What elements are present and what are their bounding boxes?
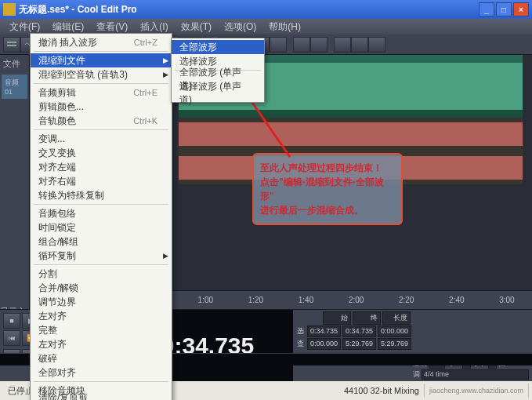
stop-button[interactable]: ■ <box>3 313 20 329</box>
waveform-2-left <box>179 122 523 146</box>
time-sig-label: 调 <box>413 369 420 380</box>
view-length[interactable]: 5:29.769 <box>378 338 411 350</box>
menu-edit[interactable]: 编辑(E) <box>46 19 90 35</box>
annotation-box: 至此人声处理过程四步结束！ 点击"编辑-混缩到文件-全部波形" 进行最后一步混缩… <box>252 153 403 225</box>
tool-help[interactable] <box>368 37 385 53</box>
mixdown-submenu: 全部波形选择波形全部波形 (单声道)选择波形 (单声道) <box>171 38 265 103</box>
side-panel: 文件 音频01 <box>0 55 30 309</box>
time-tick: 2:20 <box>382 296 432 304</box>
time-sig-value[interactable]: 4/4 time <box>422 369 529 380</box>
header-end: 终 <box>353 311 381 325</box>
window-title: 无标题.ses* - Cool Edit Pro <box>19 3 137 16</box>
menu-item[interactable]: 转换为特殊复制 <box>31 188 172 202</box>
menu-view[interactable]: 查看(V) <box>90 19 134 35</box>
menu-item[interactable]: 对齐右端 <box>31 174 172 188</box>
menu-item[interactable]: 变调... <box>31 132 172 146</box>
menu-item[interactable]: 时间锁定 <box>31 220 172 235</box>
annotation-line2: 点击"编辑-混缩到文件-全部波形" <box>260 175 395 203</box>
menu-item[interactable]: 撤消 插入波形Ctrl+Z <box>31 35 172 49</box>
menu-effects[interactable]: 效果(T) <box>175 19 218 35</box>
submenu-item[interactable]: 选择波形 (单声道) <box>172 86 264 100</box>
menu-insert[interactable]: 插入(I) <box>134 19 174 35</box>
menu-file[interactable]: 文件(F) <box>3 19 46 35</box>
time-tick: 1:00 <box>180 296 230 304</box>
menu-item[interactable]: 合并/解锁 <box>31 281 172 295</box>
sel-end[interactable]: 0:34.735 <box>342 325 376 337</box>
tool-select[interactable] <box>293 37 310 53</box>
menu-item[interactable]: 混缩到空音轨 (音轨3)▶ <box>31 67 172 82</box>
menu-item[interactable]: 左对齐 <box>31 337 172 351</box>
menu-item[interactable]: 完整 <box>31 323 172 337</box>
menu-item[interactable]: 分割 <box>31 267 172 281</box>
time-tick: 1:40 <box>280 296 331 304</box>
menu-help[interactable]: 帮助(H) <box>262 19 307 35</box>
minimize-button[interactable]: _ <box>479 2 494 16</box>
edit-menu-dropdown: 撤消 插入波形Ctrl+Z混缩到文件▶混缩到空音轨 (音轨3)▶音频剪辑Ctrl… <box>30 33 172 400</box>
menu-item[interactable]: 混缩到文件▶ <box>31 53 172 67</box>
svg-rect-1 <box>7 45 16 46</box>
menu-item[interactable]: 对齐左端 <box>31 160 172 174</box>
view-begin[interactable]: 0:00.000 <box>307 338 341 350</box>
header-length: 长度 <box>382 311 411 325</box>
menu-item[interactable]: 组合/解组 <box>31 235 172 249</box>
tool-settings[interactable] <box>334 37 351 53</box>
menu-item[interactable]: 左对齐 <box>31 309 172 323</box>
menu-item[interactable]: 音频包络 <box>31 206 172 220</box>
tool-multitrack[interactable] <box>3 37 20 53</box>
sel-label: 选 <box>295 325 306 337</box>
submenu-item[interactable]: 全部波形 <box>172 40 264 54</box>
title-bar: 无标题.ses* - Cool Edit Pro _ □ × <box>0 0 532 19</box>
time-tick: 2:00 <box>331 296 382 304</box>
menu-item[interactable]: 破碎 <box>31 351 172 365</box>
menu-item[interactable]: 剪辑颜色... <box>31 100 172 114</box>
menu-item[interactable]: 交叉变换 <box>31 146 172 160</box>
status-sample: 44100 32-bit Mixing <box>339 384 425 398</box>
tool-zoom-full[interactable] <box>270 37 287 53</box>
tool-move[interactable] <box>310 37 328 53</box>
menu-item[interactable]: 全部对齐 <box>31 365 172 380</box>
selection-info: 始 终 长度 选 0:34.735 0:34.735 0:00.000 查 0:… <box>293 310 412 381</box>
sel-length[interactable]: 0:00.000 <box>378 325 411 337</box>
menu-item[interactable]: 循环复制▶ <box>31 249 172 263</box>
menu-item[interactable]: 音轨颜色Ctrl+K <box>31 114 172 128</box>
time-tick: 2:40 <box>432 296 482 304</box>
maximize-button[interactable]: □ <box>496 2 512 16</box>
side-panel-item[interactable]: 音频01 <box>2 75 27 99</box>
close-button[interactable]: × <box>513 2 529 16</box>
tool-options[interactable] <box>351 37 368 53</box>
header-begin: 始 <box>323 311 351 325</box>
view-end[interactable]: 5:29.769 <box>342 338 376 350</box>
menu-options[interactable]: 选项(O) <box>218 19 262 35</box>
sel-begin[interactable]: 0:34.735 <box>307 325 341 337</box>
view-label: 查 <box>295 338 306 350</box>
annotation-line1: 至此人声处理过程四步结束！ <box>260 161 395 175</box>
menu-item[interactable]: 音频剪辑Ctrl+E <box>31 85 172 100</box>
svg-rect-0 <box>7 42 16 43</box>
goto-start-button[interactable]: ⏮ <box>3 330 20 346</box>
menu-bar: 文件(F) 编辑(E) 查看(V) 插入(I) 效果(T) 选项(O) 帮助(H… <box>0 19 532 35</box>
app-icon <box>3 3 16 16</box>
menu-item[interactable]: 调节边界 <box>31 295 172 309</box>
side-panel-title: 文件 <box>0 55 29 73</box>
annotation-line3: 进行最后一步混缩合成。 <box>260 203 395 217</box>
watermark: jiaocheng.www.chazidian.com <box>425 384 529 398</box>
time-tick: 3:00 <box>482 296 532 304</box>
time-tick: 1:20 <box>230 296 280 304</box>
